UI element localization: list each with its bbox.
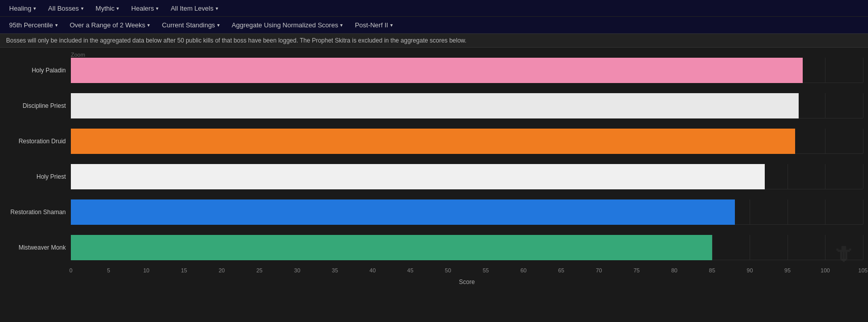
grid-line [863, 93, 863, 118]
chevron-down-icon: ▾ [81, 6, 84, 11]
grid-line [712, 235, 713, 260]
nav-healing[interactable]: Healing ▾ [4, 3, 41, 14]
row-label: Holy Priest [5, 173, 71, 180]
chart-container: Zoom Holy PaladinDiscipline PriestRestor… [0, 48, 868, 301]
grid-line [788, 199, 788, 224]
grid-line [863, 199, 863, 224]
bar-holy-priest[interactable] [71, 164, 765, 189]
top-navbar: Healing ▾ All Bosses ▾ Mythic ▾ Healers … [0, 0, 868, 16]
x-tick: 55 [483, 267, 489, 273]
chevron-down-icon: ▾ [217, 22, 220, 28]
chevron-down-icon: ▾ [340, 22, 343, 28]
chevron-down-icon: ▾ [156, 6, 158, 11]
grid-line [825, 235, 825, 260]
bar-discipline-priest[interactable] [71, 93, 799, 118]
nav-mythic[interactable]: Mythic ▾ [91, 3, 125, 14]
row-label: Discipline Priest [5, 102, 71, 109]
grid-line [788, 235, 788, 260]
bar-area[interactable] [71, 58, 863, 83]
x-tick: 85 [709, 267, 715, 273]
row-label: Holy Paladin [5, 67, 71, 74]
chart-row: Discipline Priest [5, 88, 863, 124]
x-tick: 80 [671, 267, 677, 273]
row-label: Mistweaver Monk [5, 244, 71, 251]
grid-line [863, 58, 863, 83]
chart-row: Restoration Druid [5, 124, 863, 159]
grid-line [863, 164, 863, 189]
chevron-down-icon: ▾ [390, 22, 393, 28]
x-tick: 60 [520, 267, 526, 273]
bar-area[interactable] [71, 199, 863, 225]
nav-post-nerf[interactable]: Post-Nerf II ▾ [350, 19, 398, 31]
bar-area[interactable] [71, 164, 863, 189]
grid-line [788, 164, 788, 189]
x-tick: 105 [858, 267, 867, 273]
grid-line [825, 164, 825, 189]
nav-current-standings[interactable]: Current Standings ▾ [157, 19, 225, 31]
bar-area[interactable] [71, 235, 863, 260]
grid-line [825, 93, 825, 118]
row-label: Restoration Shaman [5, 209, 71, 216]
chart-row: Holy Priest [5, 159, 863, 194]
chart-row: Holy Paladin [5, 53, 863, 88]
x-tick: 75 [634, 267, 640, 273]
chevron-down-icon: ▾ [33, 6, 36, 11]
nav-aggregate[interactable]: Aggregate Using Normalized Scores ▾ [227, 19, 348, 31]
x-tick: 30 [294, 267, 300, 273]
bar-holy-paladin[interactable] [71, 58, 803, 83]
chevron-down-icon: ▾ [147, 22, 150, 28]
grid-line [825, 129, 825, 153]
chart-wrapper: Holy PaladinDiscipline PriestRestoration… [5, 53, 863, 286]
grid-line [825, 199, 825, 224]
rows-container: Holy PaladinDiscipline PriestRestoration… [5, 53, 863, 265]
nav-weeks[interactable]: Over a Range of 2 Weeks ▾ [65, 19, 155, 31]
x-tick: 50 [445, 267, 451, 273]
info-bar: Bosses will only be included in the aggr… [0, 33, 868, 48]
grid-line [863, 129, 863, 153]
x-tick: 35 [332, 267, 338, 273]
x-axis: 0510152025303540455055606570758085909510… [71, 265, 863, 277]
grid-line [750, 199, 750, 224]
grid-line [863, 235, 863, 260]
x-axis-title: Score [71, 278, 863, 286]
x-tick: 25 [256, 267, 262, 273]
bar-restoration-shaman[interactable] [71, 199, 735, 225]
x-tick: 90 [747, 267, 753, 273]
x-tick: 45 [407, 267, 414, 273]
x-tick: 15 [181, 267, 187, 273]
x-tick: 95 [784, 267, 791, 273]
x-tick: 10 [143, 267, 149, 273]
x-tick: 20 [219, 267, 225, 273]
grid-line [825, 58, 825, 83]
grid-line [750, 235, 750, 260]
nav-all-item-levels[interactable]: All Item Levels ▾ [166, 3, 223, 14]
chevron-down-icon: ▾ [116, 6, 119, 11]
x-axis-labels: 0510152025303540455055606570758085909510… [71, 267, 863, 277]
nav-percentile[interactable]: 95th Percentile ▾ [4, 19, 63, 31]
chart-row: Mistweaver Monk [5, 230, 863, 265]
x-tick: 0 [69, 267, 72, 273]
bar-area[interactable] [71, 129, 863, 154]
x-tick: 70 [596, 267, 602, 273]
row-label: Restoration Druid [5, 138, 71, 145]
x-tick: 5 [107, 267, 110, 273]
chevron-down-icon: ▾ [216, 6, 218, 11]
bar-area[interactable] [71, 93, 863, 118]
bar-restoration-druid[interactable] [71, 129, 795, 154]
nav-healers[interactable]: Healers ▾ [126, 3, 163, 14]
x-tick: 40 [369, 267, 376, 273]
second-navbar: 95th Percentile ▾ Over a Range of 2 Week… [0, 16, 868, 33]
chevron-down-icon: ▾ [55, 22, 58, 28]
nav-all-bosses[interactable]: All Bosses ▾ [43, 3, 89, 14]
bar-mistweaver-monk[interactable] [71, 235, 712, 260]
chart-row: Restoration Shaman [5, 194, 863, 230]
x-tick: 65 [558, 267, 564, 273]
x-tick: 100 [820, 267, 830, 273]
